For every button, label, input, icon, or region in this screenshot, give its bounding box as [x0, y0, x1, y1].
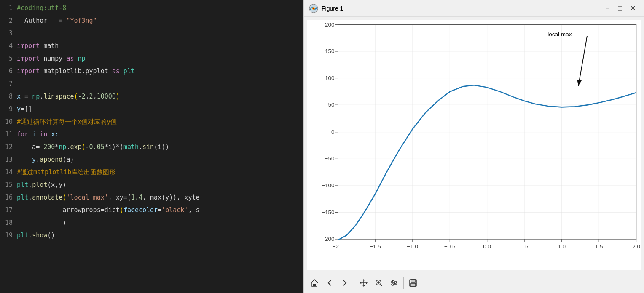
token: =[]: [21, 105, 32, 113]
svg-point-3: [313, 8, 314, 9]
code-line: x = np.linspace(-2,2,10000): [17, 90, 303, 103]
code-line: #通过matplotlib库绘出函数图形: [17, 166, 303, 178]
svg-text:−1.5: −1.5: [370, 243, 381, 250]
token: #通过matplotlib库绘出函数图形: [17, 168, 115, 176]
token: np: [59, 143, 66, 151]
line-number: 5: [0, 52, 13, 65]
token: #通过循环计算每一个x值对应的y值: [17, 118, 117, 125]
svg-text:100: 100: [325, 75, 335, 81]
token: 1.4: [131, 194, 142, 201]
token: -2: [78, 93, 86, 100]
svg-text:0.0: 0.0: [483, 243, 491, 250]
svg-point-73: [392, 284, 394, 285]
figure-chart: 200 150 100 50 0 −50 −100 −150 −200 −2.0…: [307, 20, 641, 270]
configure-button[interactable]: [387, 276, 401, 290]
svg-text:0: 0: [331, 129, 335, 135]
minimize-button[interactable]: −: [601, 3, 614, 14]
token: plot: [32, 181, 47, 189]
code-line: #通过循环计算每一个x值对应的y值: [17, 115, 303, 128]
line-number: 6: [0, 65, 13, 77]
maximize-button[interactable]: □: [614, 3, 626, 14]
token: annotate: [32, 194, 62, 201]
token: (x,y): [47, 181, 66, 189]
token: .: [28, 232, 32, 239]
line-number: 16: [0, 191, 13, 204]
code-line: plt.annotate('local max', xy=(1.4, max(y…: [17, 191, 303, 204]
svg-text:−100: −100: [322, 182, 334, 189]
token: x: [17, 93, 21, 100]
token: (): [47, 232, 55, 239]
token: in: [40, 131, 47, 138]
annotation-label: local max: [547, 31, 572, 37]
code-editor[interactable]: 12345678910111213141516171819 #coding:ut…: [0, 0, 303, 293]
svg-text:−1.0: −1.0: [407, 243, 418, 250]
token: #coding:utf-8: [17, 4, 66, 12]
token: matplotlib.pyplot: [40, 67, 112, 75]
token: .: [40, 93, 43, 100]
token: import: [17, 67, 40, 75]
token: as: [66, 55, 74, 62]
svg-text:50: 50: [328, 101, 334, 108]
back-button[interactable]: [322, 276, 337, 290]
svg-text:2.0: 2.0: [632, 243, 640, 250]
line-number: 17: [0, 204, 13, 216]
token: -0.05: [86, 143, 105, 151]
token: .: [36, 156, 40, 163]
token: ): [116, 93, 120, 100]
code-line: for i in x:: [17, 128, 303, 141]
pan-button[interactable]: [357, 276, 371, 290]
line-number: 19: [0, 229, 13, 242]
svg-text:0.5: 0.5: [521, 243, 529, 250]
line-numbers: 12345678910111213141516171819: [0, 0, 17, 293]
figure-toolbar: [304, 272, 644, 293]
figure-title: Figure 1: [322, 5, 601, 12]
code-line: y.append(a): [17, 153, 303, 166]
token: plt: [17, 194, 28, 201]
line-number: 8: [0, 90, 13, 103]
svg-text:150: 150: [325, 48, 335, 54]
svg-text:1.0: 1.0: [558, 243, 566, 250]
home-button[interactable]: [307, 276, 322, 290]
token: y: [17, 105, 21, 113]
code-line: ): [17, 216, 303, 229]
token: 'local max': [66, 194, 108, 201]
code-line: plt.show(): [17, 229, 303, 242]
line-number: 2: [0, 14, 13, 27]
token: (: [74, 93, 78, 100]
line-number: 12: [0, 141, 13, 153]
figure-titlebar: Figure 1 − □ ✕: [304, 0, 644, 17]
line-number: 14: [0, 166, 13, 178]
token: (a): [62, 156, 74, 163]
token: (i)): [154, 143, 169, 151]
token: plt: [17, 181, 28, 189]
line-number: 15: [0, 178, 13, 191]
svg-point-71: [392, 280, 394, 282]
code-content[interactable]: #coding:utf-8__Author__ = "Yof3ng" impor…: [17, 0, 303, 293]
code-line: import matplotlib.pyplot as plt: [17, 65, 303, 77]
token: 'black': [161, 206, 188, 214]
save-button[interactable]: [406, 276, 420, 290]
matplotlib-icon: [309, 4, 318, 13]
close-button[interactable]: ✕: [626, 3, 639, 14]
code-line: [17, 27, 303, 40]
token: as: [112, 67, 120, 75]
toolbar-separator-1: [354, 277, 354, 289]
token: ): [17, 219, 66, 226]
line-number: 1: [0, 2, 13, 14]
token: , s: [188, 206, 199, 214]
zoom-button[interactable]: [372, 276, 386, 290]
token: .: [28, 194, 32, 201]
token: *: [55, 143, 59, 151]
token: plt: [17, 232, 28, 239]
token: import: [17, 55, 40, 62]
svg-text:−200: −200: [322, 236, 334, 242]
token: 200: [43, 143, 55, 151]
svg-rect-75: [411, 280, 415, 282]
token: , max(y)), xyte: [142, 194, 199, 201]
code-line: [17, 77, 303, 90]
token: linspace: [43, 93, 74, 100]
line-number: 4: [0, 40, 13, 52]
token: numpy: [40, 55, 66, 62]
forward-button[interactable]: [338, 276, 352, 290]
token: x:: [47, 131, 59, 138]
